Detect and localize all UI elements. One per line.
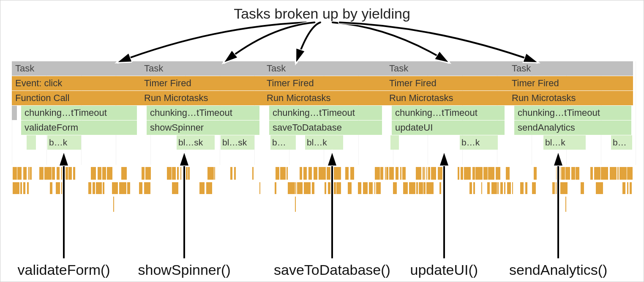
bottom-label-0: validateForm() [18, 262, 110, 278]
flame-fn-0: Function Call [12, 91, 141, 105]
flame-graph: TaskTaskTaskTaskTaskEvent: clickTimer Fi… [12, 61, 633, 150]
flame-block-4-1: b… [611, 135, 632, 150]
bottom-label-4: sendAnalytics() [509, 262, 607, 278]
flame-main-3: updateUI [392, 120, 505, 135]
flame-fn-2: Run Microtasks [263, 91, 386, 105]
flame-task-3: Task [386, 61, 508, 76]
flame-block-4-0: bl…k [543, 135, 586, 150]
flame-event-4: Timer Fired [508, 76, 633, 90]
flame-chunk-3: chunking…tTimeout [392, 106, 505, 120]
flame-block-0-1: b…k [47, 135, 81, 150]
flame-main-2: saveToDatabase [269, 120, 382, 135]
flame-task-0: Task [12, 61, 141, 76]
flame-event-0: Event: click [12, 76, 141, 90]
flame-block-2-0: b… [270, 135, 296, 150]
flame-block-1-0: bl…sk [177, 135, 215, 150]
flame-task-2: Task [263, 61, 386, 76]
flame-task-1: Task [141, 61, 263, 76]
bottom-label-1: showSpinner() [138, 262, 231, 278]
bottom-label-3: updateUI() [410, 262, 478, 278]
flame-fn-1: Run Microtasks [141, 91, 263, 105]
flame-main-1: showSpinner [147, 120, 259, 135]
flame-chunk-1: chunking…tTimeout [147, 106, 259, 120]
bottom-label-2: saveToDatabase() [274, 262, 390, 278]
flame-block-3-0 [390, 135, 399, 150]
flame-chunk-4: chunking…tTimeout [514, 106, 631, 120]
flame-block-2-1: bl…k [305, 135, 343, 150]
diagram-title: Tasks broken up by yielding [234, 5, 410, 22]
flame-main-0: validateForm [21, 120, 137, 135]
flame-fn-3: Run Microtasks [386, 91, 508, 105]
flame-block-0-0 [27, 135, 36, 150]
flame-event-1: Timer Fired [141, 76, 263, 90]
flame-block-1-1: bl…sk [221, 135, 254, 150]
flame-event-2: Timer Fired [263, 76, 386, 90]
flame-task-4: Task [508, 61, 633, 76]
flame-lead-gray [12, 106, 17, 120]
flame-chunk-0: chunking…tTimeout [21, 106, 137, 120]
flame-block-3-1: b…k [460, 135, 498, 150]
flame-fn-4: Run Microtasks [508, 91, 633, 105]
flame-main-4: sendAnalytics [514, 120, 631, 135]
activity-bits [12, 167, 633, 222]
flame-event-3: Timer Fired [386, 76, 508, 90]
flame-chunk-2: chunking…tTimeout [269, 106, 382, 120]
